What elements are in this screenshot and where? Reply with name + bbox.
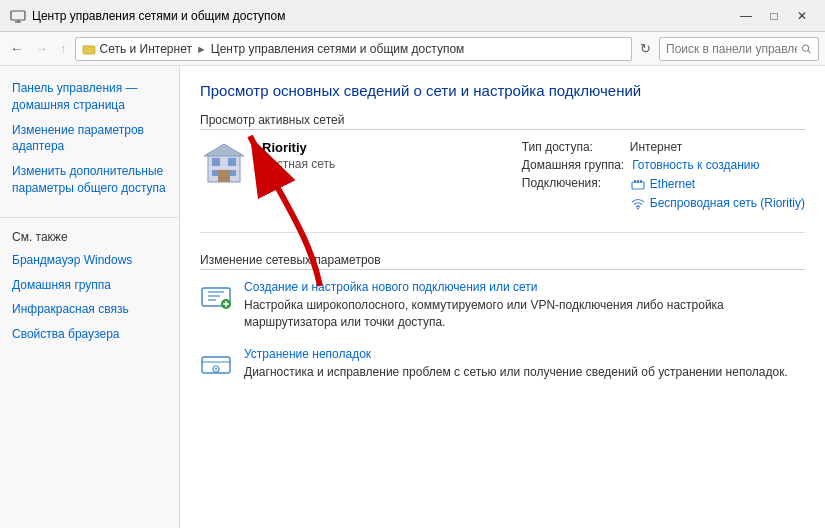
sidebar-link-sharing[interactable]: Изменить дополнительные параметры общего… bbox=[0, 159, 179, 201]
forward-button[interactable]: → bbox=[31, 39, 52, 58]
minimize-button[interactable]: — bbox=[733, 6, 759, 26]
main-layout: Панель управления — домашняя страница Из… bbox=[0, 66, 825, 528]
sidebar-link-home[interactable]: Панель управления — домашняя страница bbox=[0, 76, 179, 118]
search-input[interactable] bbox=[666, 42, 797, 56]
window-title: Центр управления сетями и общим доступом bbox=[32, 9, 286, 23]
svg-rect-8 bbox=[212, 158, 220, 166]
network-name-area: Rioritiy Частная сеть bbox=[262, 140, 335, 171]
address-bar: ← → ↑ Сеть и Интернет ► Центр управления… bbox=[0, 32, 825, 66]
access-type-row: Тип доступа: Интернет bbox=[522, 140, 805, 154]
sidebar-link-homegroup[interactable]: Домашняя группа bbox=[0, 273, 179, 298]
sidebar-see-also: См. также Брандмауэр Windows Домашняя гр… bbox=[0, 217, 179, 347]
troubleshoot-desc: Диагностика и исправление проблем с сеть… bbox=[244, 365, 788, 379]
path-part-2: Центр управления сетями и общим доступом bbox=[211, 42, 465, 56]
new-connection-icon bbox=[200, 282, 232, 314]
svg-rect-12 bbox=[218, 170, 230, 182]
sidebar-link-browser[interactable]: Свойства браузера bbox=[0, 322, 179, 347]
connections-row: Подключения: Ethernet bbox=[522, 176, 805, 214]
title-bar-controls: — □ ✕ bbox=[733, 6, 815, 26]
ethernet-link[interactable]: Ethernet bbox=[650, 177, 695, 191]
see-also-title: См. также bbox=[0, 226, 179, 248]
home-group-label: Домашняя группа: bbox=[522, 158, 624, 172]
home-group-link[interactable]: Готовность к созданию bbox=[632, 158, 759, 172]
svg-marker-13 bbox=[204, 144, 244, 156]
access-type-label: Тип доступа: bbox=[522, 140, 622, 154]
svg-line-5 bbox=[808, 50, 811, 53]
title-bar-left: Центр управления сетями и общим доступом bbox=[10, 8, 286, 24]
new-connection-desc: Настройка широкополосного, коммутируемог… bbox=[244, 298, 724, 329]
network-info-left: Rioritiy Частная сеть bbox=[200, 140, 335, 218]
path-part-1[interactable]: Сеть и Интернет bbox=[100, 42, 192, 56]
new-connection-link[interactable]: Создание и настройка нового подключения … bbox=[244, 280, 805, 294]
svg-point-18 bbox=[637, 208, 639, 210]
troubleshoot-icon bbox=[200, 349, 232, 381]
sidebar-link-firewall[interactable]: Брандмауэр Windows bbox=[0, 248, 179, 273]
svg-rect-16 bbox=[637, 180, 639, 183]
search-box[interactable] bbox=[659, 37, 819, 61]
network-card: Rioritiy Частная сеть Тип доступа: Интер… bbox=[200, 140, 805, 233]
title-bar: Центр управления сетями и общим доступом… bbox=[0, 0, 825, 32]
svg-point-4 bbox=[803, 44, 809, 50]
change-settings-header: Изменение сетевых параметров bbox=[200, 253, 805, 270]
maximize-button[interactable]: □ bbox=[761, 6, 787, 26]
up-button[interactable]: ↑ bbox=[56, 39, 71, 58]
wifi-link[interactable]: Беспроводная сеть (Rioritiy) bbox=[650, 196, 805, 210]
access-type-value: Интернет bbox=[630, 140, 682, 154]
connections-label: Подключения: bbox=[522, 176, 622, 190]
content-area: Просмотр основных сведений о сети и наст… bbox=[180, 66, 825, 528]
settings-content-1: Создание и настройка нового подключения … bbox=[244, 280, 805, 331]
sidebar-link-adapter[interactable]: Изменение параметров адаптера bbox=[0, 118, 179, 160]
search-icon bbox=[801, 43, 812, 55]
window-icon bbox=[10, 8, 26, 24]
connection-wifi: Беспроводная сеть (Rioritiy) bbox=[630, 195, 805, 211]
svg-rect-14 bbox=[632, 182, 644, 189]
wifi-icon bbox=[630, 195, 646, 211]
ethernet-icon bbox=[630, 176, 646, 192]
path-separator: ► bbox=[196, 43, 207, 55]
svg-rect-9 bbox=[228, 158, 236, 166]
sidebar: Панель управления — домашняя страница Из… bbox=[0, 66, 180, 528]
settings-item-new-connection: Создание и настройка нового подключения … bbox=[200, 280, 805, 331]
svg-point-29 bbox=[215, 368, 217, 370]
svg-rect-26 bbox=[202, 357, 230, 373]
network-building-icon bbox=[200, 140, 248, 188]
active-networks-header: Просмотр активных сетей bbox=[200, 113, 805, 130]
connection-ethernet: Ethernet bbox=[630, 176, 805, 192]
back-button[interactable]: ← bbox=[6, 39, 27, 58]
refresh-button[interactable]: ↻ bbox=[636, 39, 655, 58]
network-type: Частная сеть bbox=[262, 157, 335, 171]
svg-rect-15 bbox=[634, 180, 636, 183]
settings-item-troubleshoot: Устранение неполадок Диагностика и испра… bbox=[200, 347, 805, 381]
settings-content-2: Устранение неполадок Диагностика и испра… bbox=[244, 347, 805, 381]
svg-rect-17 bbox=[640, 180, 642, 183]
troubleshoot-link[interactable]: Устранение неполадок bbox=[244, 347, 805, 361]
sidebar-link-infrared[interactable]: Инфракрасная связь bbox=[0, 297, 179, 322]
folder-icon bbox=[82, 42, 96, 56]
network-details: Тип доступа: Интернет Домашняя группа: Г… bbox=[522, 140, 805, 218]
page-title: Просмотр основных сведений о сети и наст… bbox=[200, 82, 805, 99]
close-button[interactable]: ✕ bbox=[789, 6, 815, 26]
settings-section: Изменение сетевых параметров Создание и … bbox=[200, 253, 805, 381]
connections-list: Ethernet Беспроводна bbox=[630, 176, 805, 214]
svg-rect-0 bbox=[11, 11, 25, 20]
address-path[interactable]: Сеть и Интернет ► Центр управления сетям… bbox=[75, 37, 633, 61]
network-name: Rioritiy bbox=[262, 140, 335, 155]
home-group-row: Домашняя группа: Готовность к созданию bbox=[522, 158, 805, 172]
